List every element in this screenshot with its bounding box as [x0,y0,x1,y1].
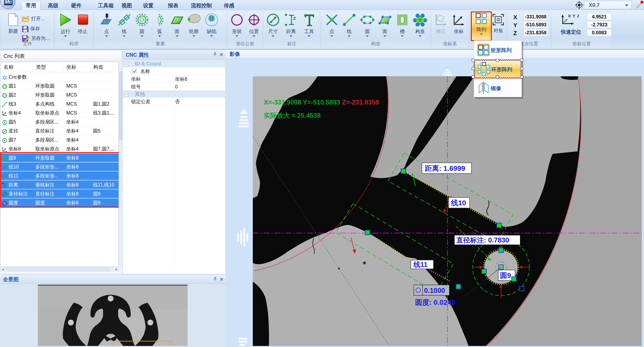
svg-text:X=-331.9088 Y=-510.5893 Z=-231: X=-331.9088 Y=-510.5893 Z=-231.8358 [264,99,379,106]
svg-text:0.1000: 0.1000 [424,286,445,294]
svg-text:圆9: 圆9 [500,271,511,279]
svg-text:X Y Z: X Y Z [568,14,579,18]
svg-text:距离: 1.6999: 距离: 1.6999 [425,164,465,172]
svg-text:线11: 线11 [413,261,428,268]
svg-text:圆度: 0.0240: 圆度: 0.0240 [415,298,456,306]
svg-text:实际放大 = 25.4538: 实际放大 = 25.4538 [264,112,320,119]
svg-text:直径标注: 0.7830: 直径标注: 0.7830 [456,236,509,244]
svg-text:线10: 线10 [451,199,466,207]
svg-text:z: z [293,15,296,21]
